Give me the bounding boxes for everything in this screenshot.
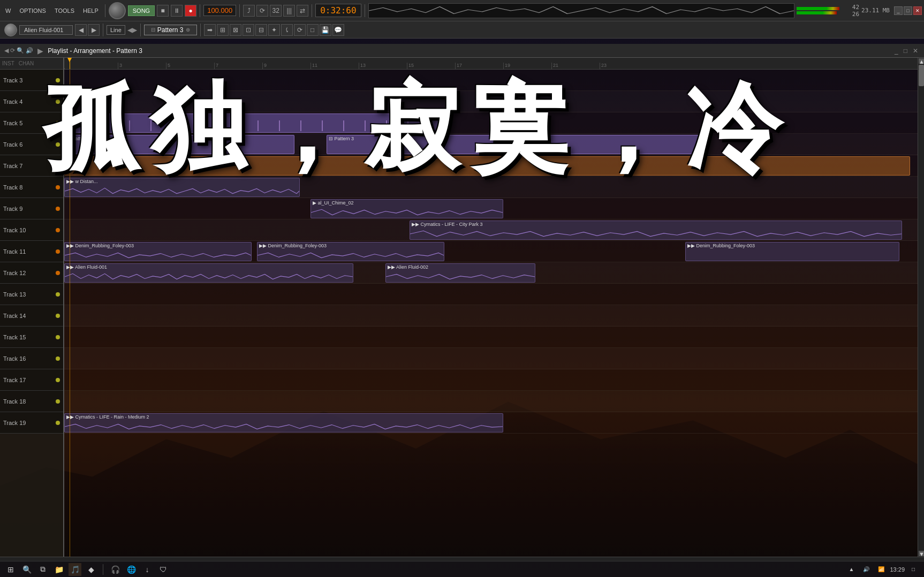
tb2-icon-11[interactable]: 💬 bbox=[332, 24, 344, 36]
track-row-10[interactable]: Track 10 bbox=[0, 219, 63, 241]
track-15-lane[interactable] bbox=[64, 327, 918, 348]
pattern-block-6b[interactable]: ⊟ Pattern 3 bbox=[327, 135, 701, 154]
pause-button[interactable]: ⏸ bbox=[171, 5, 183, 17]
playlist-close[interactable]: ✕ bbox=[911, 47, 920, 55]
taskbar-icon-2[interactable]: 🌐 bbox=[125, 563, 138, 576]
pattern-block-5[interactable]: ⊟ Pattern 6 bbox=[64, 113, 439, 133]
stop-button[interactable]: ■ bbox=[157, 5, 169, 17]
file-explorer[interactable]: 📁 bbox=[52, 563, 65, 576]
track-row-17[interactable]: Track 17 bbox=[0, 369, 63, 391]
toolbar-icon-4[interactable]: ||| bbox=[283, 5, 295, 17]
track-7-lane[interactable]: ⊟ Pattern 4 bbox=[64, 155, 918, 177]
minimize-button[interactable]: _ bbox=[894, 6, 903, 15]
notification-area[interactable]: □ bbox=[907, 563, 920, 576]
fl-studio-taskbar[interactable]: 🎵 bbox=[69, 563, 81, 576]
track-row-18[interactable]: Track 18 bbox=[0, 391, 63, 412]
line-selector[interactable]: Line bbox=[107, 25, 125, 35]
menu-help[interactable]: HELP bbox=[80, 6, 102, 15]
horizontal-scrollbar[interactable] bbox=[0, 557, 924, 561]
playlist-restore[interactable]: □ bbox=[902, 47, 909, 55]
track-9-lane[interactable]: ▶ al_UI_Chime_02 bbox=[64, 198, 918, 219]
bpm-display[interactable]: 100.000 bbox=[203, 5, 236, 16]
record-button[interactable]: ● bbox=[185, 5, 196, 17]
tb2-icon-2[interactable]: ⊞ bbox=[217, 24, 229, 36]
taskbar-icon-1[interactable]: 🎧 bbox=[109, 563, 122, 576]
track-14-lane[interactable] bbox=[64, 305, 918, 327]
toolbar-icon-2[interactable]: ⟳ bbox=[256, 5, 268, 17]
tray-wifi[interactable]: 📶 bbox=[875, 563, 888, 576]
close-button[interactable]: ✕ bbox=[913, 6, 922, 15]
track-18-lane[interactable] bbox=[64, 391, 918, 412]
menu-tools[interactable]: TOOLS bbox=[51, 6, 78, 15]
track-10-lane[interactable]: ▶▶ Cymatics - LIFE - City Park 3 bbox=[64, 219, 918, 241]
channel-volume-knob[interactable] bbox=[4, 24, 17, 36]
track-row-6[interactable]: Track 6 bbox=[0, 134, 63, 155]
track-11-lane[interactable]: ▶▶ Denim_Rubbing_Foley-003 ▶▶ Denim_Rubb… bbox=[64, 241, 918, 262]
track-8-lane[interactable]: ▶▶ w Distan... bbox=[64, 177, 918, 198]
audio-block-12a[interactable]: ▶▶ Alien Fluid-001 bbox=[64, 263, 353, 283]
track-row-3[interactable]: Track 3 bbox=[0, 70, 63, 91]
toolbar-icon-3[interactable]: 32 bbox=[270, 5, 282, 17]
tb2-icon-4[interactable]: ⊡ bbox=[243, 24, 254, 36]
track-row-9[interactable]: Track 9 bbox=[0, 198, 63, 219]
pattern-display[interactable]: ⊟ Pattern 3 ⊕ bbox=[144, 25, 197, 35]
track-4-lane[interactable] bbox=[64, 91, 918, 112]
tb2-icon-1[interactable]: ➡ bbox=[204, 24, 216, 36]
tb2-icon-5[interactable]: ⊟ bbox=[255, 24, 267, 36]
track-row-8[interactable]: Track 8 bbox=[0, 177, 63, 198]
tb2-icon-10[interactable]: 💾 bbox=[320, 24, 331, 36]
track-6-lane[interactable]: ⊟ Pattern 3 ⊟ Pattern 3 bbox=[64, 134, 918, 155]
pattern-block-6a[interactable]: ⊟ Pattern 3 bbox=[64, 135, 294, 154]
toolbar-icon-5[interactable]: ⇄ bbox=[297, 5, 308, 17]
scroll-down-arrow[interactable]: ▼ bbox=[919, 551, 924, 556]
vertical-scrollbar[interactable]: ▲ ▼ bbox=[918, 58, 924, 557]
start-button[interactable]: ⊞ bbox=[4, 563, 17, 576]
track-row-15[interactable]: Track 15 bbox=[0, 327, 63, 348]
pattern-block-7[interactable]: ⊟ Pattern 4 bbox=[64, 156, 910, 176]
menu-options[interactable]: OPTIONS bbox=[16, 6, 49, 15]
track-13-lane[interactable] bbox=[64, 284, 918, 305]
tb-icon-1[interactable]: ◀ bbox=[75, 24, 87, 36]
track-row-4[interactable]: Track 4 bbox=[0, 91, 63, 112]
track-row-16[interactable]: Track 16 bbox=[0, 348, 63, 369]
maximize-button[interactable]: □ bbox=[904, 6, 912, 15]
playlist-minimize[interactable]: _ bbox=[893, 47, 900, 55]
tb2-icon-3[interactable]: ⊠ bbox=[230, 24, 241, 36]
taskbar-icon-4[interactable]: 🛡 bbox=[157, 563, 170, 576]
tray-icon-1[interactable]: ▲ bbox=[845, 563, 858, 576]
tb2-icon-7[interactable]: ⤹ bbox=[281, 24, 293, 36]
audio-block-11b[interactable]: ▶▶ Denim_Rubbing_Foley-003 bbox=[257, 242, 444, 261]
tray-icon-2[interactable]: 🔊 bbox=[860, 563, 873, 576]
tb2-icon-8[interactable]: ⟳ bbox=[294, 24, 306, 36]
task-view[interactable]: ⧉ bbox=[36, 563, 49, 576]
tb2-icon-6[interactable]: ✦ bbox=[268, 24, 280, 36]
track-5-lane[interactable]: ⊟ Pattern 6 bbox=[64, 112, 918, 134]
track-lanes[interactable]: ⊟ Pattern 6 ⊟ Pattern 3 ⊟ Pattern 3 bbox=[64, 70, 918, 557]
audio-block-11c[interactable]: ▶▶ Denim_Rubbing_Foley-003 bbox=[685, 242, 899, 261]
track-row-7[interactable]: Track 7 bbox=[0, 155, 63, 177]
scroll-thumb[interactable] bbox=[919, 65, 924, 86]
chrome-taskbar[interactable]: ◆ bbox=[85, 563, 97, 576]
track-row-11[interactable]: Track 11 bbox=[0, 241, 63, 262]
instrument-name[interactable]: Alien Fluid-001 bbox=[19, 25, 73, 35]
tb2-icon-9[interactable]: □ bbox=[307, 24, 319, 36]
audio-block-10[interactable]: ▶▶ Cymatics - LIFE - City Park 3 bbox=[410, 221, 902, 240]
song-button[interactable]: SONG bbox=[128, 5, 155, 16]
track-16-lane[interactable] bbox=[64, 348, 918, 369]
audio-block-11a[interactable]: ▶▶ Denim_Rubbing_Foley-003 bbox=[64, 242, 252, 261]
track-19-lane[interactable]: ▶▶ Cymatics - LIFE - Rain - Medium 2 bbox=[64, 412, 918, 434]
scroll-up-arrow[interactable]: ▲ bbox=[919, 58, 924, 64]
audio-block-8[interactable]: ▶▶ w Distan... bbox=[64, 178, 300, 197]
track-row-19[interactable]: Track 19 bbox=[0, 412, 63, 434]
audio-block-12b[interactable]: ▶▶ Alien Fluid-002 bbox=[385, 263, 535, 283]
track-row-13[interactable]: Track 13 bbox=[0, 284, 63, 305]
taskbar-icon-3[interactable]: ↓ bbox=[141, 563, 154, 576]
track-17-lane[interactable] bbox=[64, 369, 918, 391]
search-taskbar[interactable]: 🔍 bbox=[20, 563, 33, 576]
audio-block-9[interactable]: ▶ al_UI_Chime_02 bbox=[310, 199, 503, 218]
tb-icon-2[interactable]: ▶ bbox=[88, 24, 100, 36]
track-row-14[interactable]: Track 14 bbox=[0, 305, 63, 327]
audio-block-19[interactable]: ▶▶ Cymatics - LIFE - Rain - Medium 2 bbox=[64, 413, 503, 432]
toolbar-icon-1[interactable]: ⤴ bbox=[243, 5, 255, 17]
master-volume-knob[interactable] bbox=[109, 2, 126, 19]
